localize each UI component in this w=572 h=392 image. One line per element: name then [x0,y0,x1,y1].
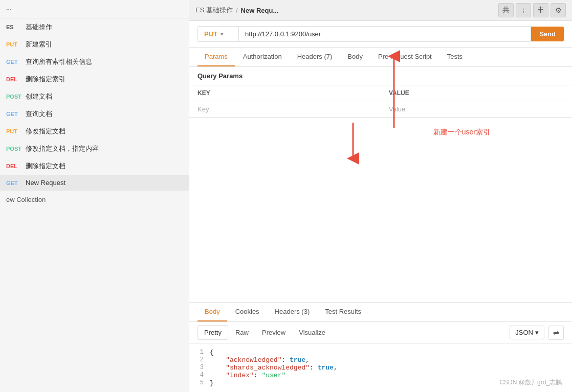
sidebar-item-get-doc[interactable]: GET 查询文档 [0,105,189,123]
code-content: "acknowledged": true, [210,356,310,364]
params-table: KEY VALUE Key Value [189,85,572,118]
sub-tabs: Pretty Raw Preview Visualize JSON ▾ ⇌ [189,322,572,343]
response-tab-tests[interactable]: Test Results [318,303,368,321]
top-bar: ES 基础操作 / New Requ... 共 ； 丰 ⚙ [189,0,572,21]
tab-pre-request[interactable]: Pre-request Script [371,48,439,66]
method-del-badge: DEL [6,163,23,169]
method-post-badge: POST [6,94,23,100]
response-tab-cookies[interactable]: Cookies [228,303,267,321]
method-get-badge: GET [6,59,23,65]
line-number: 4 [189,372,210,379]
headers-badge: (7) [324,53,332,60]
item-label: 删除指定文档 [26,162,65,171]
format-select[interactable]: JSON ▾ [510,326,544,339]
item-label: 新建索引 [26,40,52,49]
line-number: 3 [189,364,210,372]
chevron-down-icon: ▾ [535,329,539,336]
method-get-badge: GET [6,180,23,186]
line-number: 5 [189,379,210,387]
tab-headers[interactable]: Headers (7) [290,48,340,66]
col-header-value: VALUE [381,85,572,101]
response-headers-badge: (3) [301,308,310,315]
url-input[interactable] [238,26,531,42]
item-label: 修改指定文档，指定内容 [26,144,99,153]
watermark: CSDN @殷丿grd_志鹏 [499,378,562,387]
method-dropdown[interactable]: PUT ▾ [197,26,238,42]
sidebar-item-get-all[interactable]: GET 查询所有索引相关信息 [0,53,189,71]
sidebar-item-new-request[interactable]: GET New Request [0,175,189,191]
url-bar: PUT ▾ Send [189,21,572,48]
code-line-3: 3 "shards_acknowledged": true, [189,364,572,372]
value-placeholder: Value [389,105,405,113]
table-row: Key Value [189,101,572,118]
toolbar-icon-1[interactable]: 共 [498,3,514,17]
query-params-section: Query Params KEY VALUE Key Value [189,67,572,118]
sidebar-header: ··· [0,0,189,18]
method-put-badge: PUT [6,128,23,134]
method-post-badge: POST [6,146,23,152]
method-get-badge: GET [6,111,23,117]
key-cell[interactable]: Key [189,101,381,118]
sub-tab-preview[interactable]: Preview [256,326,292,339]
item-label: 删除指定索引 [26,75,65,84]
send-button[interactable]: Send [531,27,564,41]
code-line-1: 1 { [189,349,572,356]
tab-tests[interactable]: Tests [440,48,470,66]
code-line-2: 2 "acknowledged": true, [189,356,572,364]
sidebar-item-put-doc[interactable]: PUT 修改指定文档 [0,123,189,140]
toolbar-icon-settings[interactable]: ⚙ [551,3,566,17]
line-number: 2 [189,356,210,364]
sidebar-item-post-doc[interactable]: POST 创建文档 [0,88,189,105]
method-label: PUT [204,30,217,38]
wrap-button[interactable]: ⇌ [548,326,564,340]
breadcrumb-parent: ES 基础操作 [195,6,233,15]
sub-tab-raw[interactable]: Raw [229,326,255,339]
item-label: 查询所有索引相关信息 [26,57,92,66]
format-label: JSON [515,329,533,336]
toolbar-icon-2[interactable]: ； [516,3,531,17]
method-put-badge: PUT [6,41,23,48]
code-content: { [210,349,214,356]
response-tab-headers[interactable]: Headers (3) [268,303,317,321]
main-panel: ES 基础操作 / New Requ... 共 ； 丰 ⚙ PUT ▾ Send… [189,0,572,392]
breadcrumb-separator: / [236,7,238,14]
sidebar-section-es: ES 基础操作 [0,18,189,36]
item-label: 创建文档 [26,92,52,101]
response-tabs: Body Cookies Headers (3) Test Results [189,303,572,322]
sidebar-item-post-partial[interactable]: POST 修改指定文档，指定内容 [0,140,189,157]
toolbar-icons: 共 ； 丰 ⚙ [498,3,566,17]
section-label: 基础操作 [26,22,52,32]
sidebar-item-del-index[interactable]: DEL 删除指定索引 [0,71,189,88]
sidebar-item-put-index[interactable]: PUT 新建索引 [0,36,189,53]
annotation-area: 新建一个user索引 [189,118,572,302]
chevron-down-icon: ▾ [221,31,223,37]
code-content: "shards_acknowledged": true, [210,364,338,372]
tab-params[interactable]: Params [197,48,235,66]
response-tab-body[interactable]: Body [197,303,227,321]
breadcrumb-current: New Requ... [241,7,279,14]
key-placeholder: Key [197,105,209,113]
col-header-key: KEY [189,85,381,101]
sidebar: ··· ES 基础操作 PUT 新建索引 GET 查询所有索引相关信息 DEL … [0,0,189,392]
section-method: ES [6,24,23,30]
value-cell[interactable]: Value [381,101,572,118]
code-content: } [210,379,214,387]
new-collection-btn[interactable]: ew Collection [0,191,189,209]
toolbar-icon-3[interactable]: 丰 [533,3,548,17]
breadcrumb: ES 基础操作 / New Requ... [195,6,278,15]
method-del-badge: DEL [6,76,23,82]
tab-body[interactable]: Body [340,48,370,66]
new-collection-label: ew Collection [6,196,46,203]
code-content: "index": "user" [210,372,285,379]
request-tabs: Params Authorization Headers (7) Body Pr… [189,48,572,67]
sub-tab-visualize[interactable]: Visualize [293,326,332,339]
query-params-label: Query Params [189,67,572,85]
sidebar-item-del-doc[interactable]: DEL 删除指定文档 [0,157,189,175]
tab-authorization[interactable]: Authorization [236,48,289,66]
item-label: 查询文档 [26,109,52,119]
sub-tab-pretty[interactable]: Pretty [197,325,228,340]
arrow-down-svg [338,123,368,164]
item-label: New Request [26,179,65,187]
sidebar-dots: ··· [6,5,12,13]
line-number: 1 [189,349,210,356]
